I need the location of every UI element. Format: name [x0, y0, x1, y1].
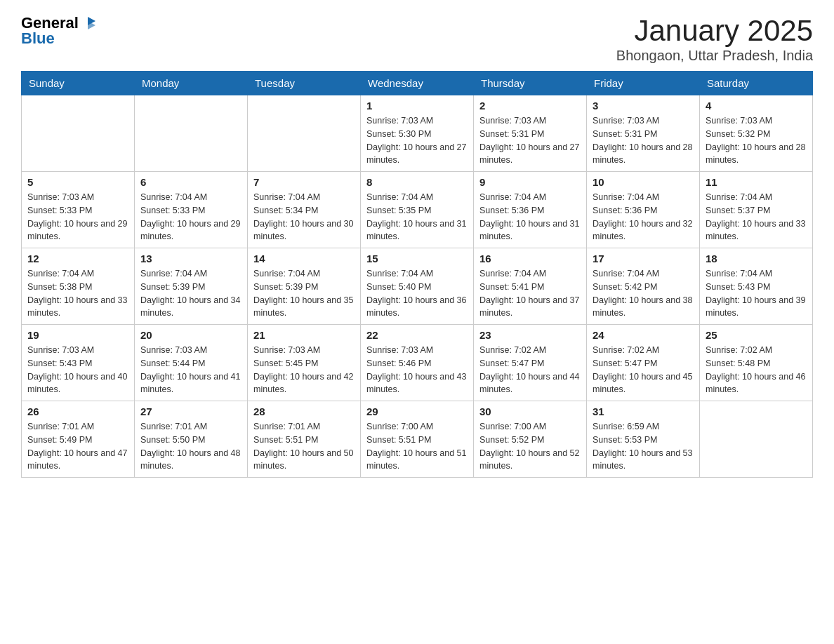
day-info: Sunrise: 7:04 AM Sunset: 5:35 PM Dayligh… — [366, 191, 468, 243]
day-number: 31 — [593, 405, 694, 417]
day-info: Sunrise: 7:04 AM Sunset: 5:43 PM Dayligh… — [706, 267, 807, 320]
calendar-header-row: SundayMondayTuesdayWednesdayThursdayFrid… — [22, 72, 813, 95]
day-info: Sunrise: 7:03 AM Sunset: 5:31 PM Dayligh… — [479, 114, 581, 167]
day-info: Sunrise: 7:03 AM Sunset: 5:43 PM Dayligh… — [27, 344, 128, 396]
calendar-cell: 30Sunrise: 7:00 AM Sunset: 5:52 PM Dayli… — [474, 401, 587, 478]
calendar-cell: 11Sunrise: 7:04 AM Sunset: 5:37 PM Dayli… — [700, 172, 813, 248]
calendar-cell: 29Sunrise: 7:00 AM Sunset: 5:51 PM Dayli… — [361, 401, 474, 478]
calendar-week-row: 1Sunrise: 7:03 AM Sunset: 5:30 PM Daylig… — [22, 95, 813, 172]
calendar-cell: 10Sunrise: 7:04 AM Sunset: 5:36 PM Dayli… — [587, 172, 700, 248]
day-info: Sunrise: 7:04 AM Sunset: 5:39 PM Dayligh… — [140, 267, 241, 320]
day-info: Sunrise: 7:02 AM Sunset: 5:47 PM Dayligh… — [593, 344, 694, 396]
calendar-title: January 2025 — [616, 14, 813, 48]
day-number: 17 — [593, 253, 694, 264]
day-number: 30 — [479, 405, 581, 417]
day-number: 22 — [366, 329, 468, 341]
day-info: Sunrise: 7:04 AM Sunset: 5:36 PM Dayligh… — [479, 191, 581, 243]
day-number: 4 — [706, 100, 807, 112]
day-number: 13 — [140, 253, 241, 264]
calendar-cell: 5Sunrise: 7:03 AM Sunset: 5:33 PM Daylig… — [22, 172, 135, 248]
day-info: Sunrise: 7:04 AM Sunset: 5:40 PM Dayligh… — [366, 267, 468, 320]
day-number: 5 — [27, 176, 128, 188]
calendar-cell: 4Sunrise: 7:03 AM Sunset: 5:32 PM Daylig… — [700, 95, 813, 172]
day-number: 6 — [140, 176, 241, 188]
day-info: Sunrise: 7:03 AM Sunset: 5:45 PM Dayligh… — [253, 344, 355, 396]
calendar-cell: 26Sunrise: 7:01 AM Sunset: 5:49 PM Dayli… — [22, 401, 135, 478]
calendar-cell: 17Sunrise: 7:04 AM Sunset: 5:42 PM Dayli… — [587, 248, 700, 325]
calendar-cell: 27Sunrise: 7:01 AM Sunset: 5:50 PM Dayli… — [135, 401, 248, 478]
day-number: 9 — [479, 176, 581, 188]
day-number: 28 — [253, 405, 355, 417]
calendar-cell: 23Sunrise: 7:02 AM Sunset: 5:47 PM Dayli… — [474, 325, 587, 401]
calendar-week-row: 19Sunrise: 7:03 AM Sunset: 5:43 PM Dayli… — [22, 325, 813, 401]
calendar-cell: 28Sunrise: 7:01 AM Sunset: 5:51 PM Dayli… — [248, 401, 361, 478]
day-info: Sunrise: 7:01 AM Sunset: 5:50 PM Dayligh… — [140, 420, 241, 473]
day-info: Sunrise: 7:03 AM Sunset: 5:44 PM Dayligh… — [140, 344, 241, 396]
day-number: 14 — [253, 253, 355, 264]
day-info: Sunrise: 7:04 AM Sunset: 5:38 PM Dayligh… — [27, 267, 128, 320]
day-info: Sunrise: 7:02 AM Sunset: 5:48 PM Dayligh… — [706, 344, 807, 396]
calendar-cell: 8Sunrise: 7:04 AM Sunset: 5:35 PM Daylig… — [361, 172, 474, 248]
day-number: 1 — [366, 100, 468, 112]
day-info: Sunrise: 7:02 AM Sunset: 5:47 PM Dayligh… — [479, 344, 581, 396]
calendar-cell — [135, 95, 248, 172]
logo: General Blue — [21, 14, 95, 48]
calendar-cell: 24Sunrise: 7:02 AM Sunset: 5:47 PM Dayli… — [587, 325, 700, 401]
day-number: 29 — [366, 405, 468, 417]
day-of-week-header: Tuesday — [248, 72, 361, 95]
calendar-cell: 14Sunrise: 7:04 AM Sunset: 5:39 PM Dayli… — [248, 248, 361, 325]
page-header: General Blue January 2025 Bhongaon, Utta… — [21, 14, 813, 64]
day-number: 12 — [27, 253, 128, 264]
day-number: 23 — [479, 329, 581, 341]
day-info: Sunrise: 7:04 AM Sunset: 5:34 PM Dayligh… — [253, 191, 355, 243]
day-number: 10 — [593, 176, 694, 188]
day-number: 11 — [706, 176, 807, 188]
calendar-cell — [248, 95, 361, 172]
day-info: Sunrise: 7:03 AM Sunset: 5:33 PM Dayligh… — [27, 191, 128, 243]
calendar-week-row: 5Sunrise: 7:03 AM Sunset: 5:33 PM Daylig… — [22, 172, 813, 248]
calendar-cell — [22, 95, 135, 172]
calendar-cell: 22Sunrise: 7:03 AM Sunset: 5:46 PM Dayli… — [361, 325, 474, 401]
calendar-cell: 2Sunrise: 7:03 AM Sunset: 5:31 PM Daylig… — [474, 95, 587, 172]
calendar-cell: 9Sunrise: 7:04 AM Sunset: 5:36 PM Daylig… — [474, 172, 587, 248]
calendar-cell: 3Sunrise: 7:03 AM Sunset: 5:31 PM Daylig… — [587, 95, 700, 172]
calendar-cell: 19Sunrise: 7:03 AM Sunset: 5:43 PM Dayli… — [22, 325, 135, 401]
day-info: Sunrise: 7:04 AM Sunset: 5:42 PM Dayligh… — [593, 267, 694, 320]
day-number: 7 — [253, 176, 355, 188]
day-of-week-header: Thursday — [474, 72, 587, 95]
logo-blue-text: Blue — [21, 29, 55, 48]
day-info: Sunrise: 7:00 AM Sunset: 5:52 PM Dayligh… — [479, 420, 581, 473]
calendar-week-row: 12Sunrise: 7:04 AM Sunset: 5:38 PM Dayli… — [22, 248, 813, 325]
day-info: Sunrise: 7:04 AM Sunset: 5:36 PM Dayligh… — [593, 191, 694, 243]
calendar-cell: 1Sunrise: 7:03 AM Sunset: 5:30 PM Daylig… — [361, 95, 474, 172]
calendar-cell: 13Sunrise: 7:04 AM Sunset: 5:39 PM Dayli… — [135, 248, 248, 325]
day-number: 18 — [706, 253, 807, 264]
calendar-cell: 25Sunrise: 7:02 AM Sunset: 5:48 PM Dayli… — [700, 325, 813, 401]
day-info: Sunrise: 7:04 AM Sunset: 5:37 PM Dayligh… — [706, 191, 807, 243]
day-info: Sunrise: 7:03 AM Sunset: 5:30 PM Dayligh… — [366, 114, 468, 167]
day-number: 19 — [27, 329, 128, 341]
day-info: Sunrise: 7:03 AM Sunset: 5:46 PM Dayligh… — [366, 344, 468, 396]
day-number: 8 — [366, 176, 468, 188]
day-of-week-header: Wednesday — [361, 72, 474, 95]
calendar-subtitle: Bhongaon, Uttar Pradesh, India — [616, 48, 813, 64]
day-info: Sunrise: 7:01 AM Sunset: 5:51 PM Dayligh… — [253, 420, 355, 473]
day-info: Sunrise: 7:00 AM Sunset: 5:51 PM Dayligh… — [366, 420, 468, 473]
day-of-week-header: Sunday — [22, 72, 135, 95]
calendar-cell: 21Sunrise: 7:03 AM Sunset: 5:45 PM Dayli… — [248, 325, 361, 401]
day-number: 16 — [479, 253, 581, 264]
day-of-week-header: Monday — [135, 72, 248, 95]
calendar-cell: 31Sunrise: 6:59 AM Sunset: 5:53 PM Dayli… — [587, 401, 700, 478]
day-number: 27 — [140, 405, 241, 417]
calendar-cell — [700, 401, 813, 478]
calendar-cell: 15Sunrise: 7:04 AM Sunset: 5:40 PM Dayli… — [361, 248, 474, 325]
logo-flag-icon — [80, 15, 95, 31]
calendar-cell: 6Sunrise: 7:04 AM Sunset: 5:33 PM Daylig… — [135, 172, 248, 248]
calendar-table: SundayMondayTuesdayWednesdayThursdayFrid… — [21, 71, 813, 478]
calendar-cell: 20Sunrise: 7:03 AM Sunset: 5:44 PM Dayli… — [135, 325, 248, 401]
day-info: Sunrise: 7:03 AM Sunset: 5:31 PM Dayligh… — [593, 114, 694, 167]
day-number: 15 — [366, 253, 468, 264]
day-info: Sunrise: 7:04 AM Sunset: 5:39 PM Dayligh… — [253, 267, 355, 320]
day-number: 25 — [706, 329, 807, 341]
calendar-cell: 18Sunrise: 7:04 AM Sunset: 5:43 PM Dayli… — [700, 248, 813, 325]
